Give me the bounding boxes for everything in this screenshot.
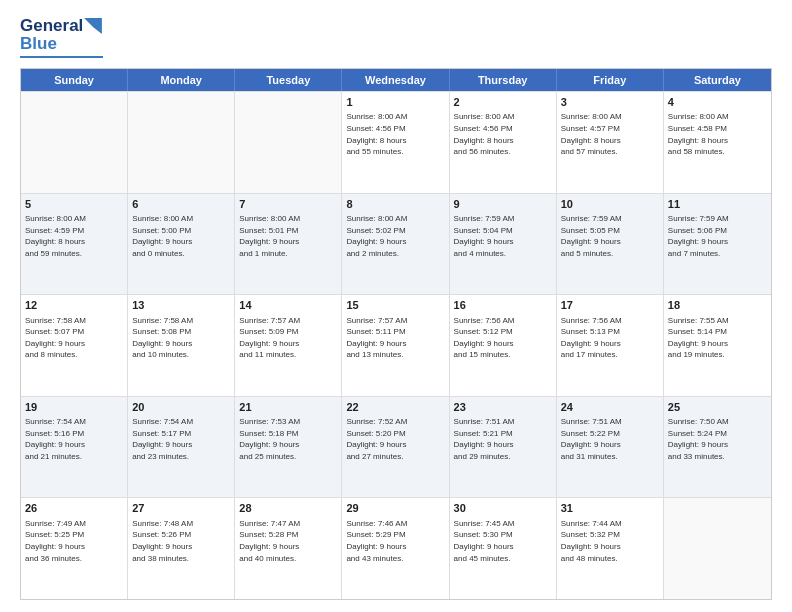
day-number: 22 <box>346 400 444 415</box>
day-number: 21 <box>239 400 337 415</box>
cell-info: Sunrise: 7:59 AM Sunset: 5:04 PM Dayligh… <box>454 213 552 259</box>
svg-marker-0 <box>84 18 102 34</box>
calendar-header-cell: Monday <box>128 69 235 91</box>
cell-info: Sunrise: 8:00 AM Sunset: 4:56 PM Dayligh… <box>346 111 444 157</box>
cell-info: Sunrise: 8:00 AM Sunset: 4:57 PM Dayligh… <box>561 111 659 157</box>
day-number: 5 <box>25 197 123 212</box>
calendar-cell: 11Sunrise: 7:59 AM Sunset: 5:06 PM Dayli… <box>664 194 771 295</box>
cell-info: Sunrise: 8:00 AM Sunset: 5:00 PM Dayligh… <box>132 213 230 259</box>
cell-info: Sunrise: 7:57 AM Sunset: 5:09 PM Dayligh… <box>239 315 337 361</box>
calendar-cell: 13Sunrise: 7:58 AM Sunset: 5:08 PM Dayli… <box>128 295 235 396</box>
calendar-cell <box>235 92 342 193</box>
calendar-cell: 6Sunrise: 8:00 AM Sunset: 5:00 PM Daylig… <box>128 194 235 295</box>
calendar-header-cell: Friday <box>557 69 664 91</box>
calendar-cell: 20Sunrise: 7:54 AM Sunset: 5:17 PM Dayli… <box>128 397 235 498</box>
day-number: 31 <box>561 501 659 516</box>
day-number: 26 <box>25 501 123 516</box>
calendar-cell <box>21 92 128 193</box>
cell-info: Sunrise: 7:51 AM Sunset: 5:21 PM Dayligh… <box>454 416 552 462</box>
cell-info: Sunrise: 7:51 AM Sunset: 5:22 PM Dayligh… <box>561 416 659 462</box>
day-number: 14 <box>239 298 337 313</box>
cell-info: Sunrise: 8:00 AM Sunset: 4:56 PM Dayligh… <box>454 111 552 157</box>
cell-info: Sunrise: 7:56 AM Sunset: 5:13 PM Dayligh… <box>561 315 659 361</box>
day-number: 20 <box>132 400 230 415</box>
cell-info: Sunrise: 7:50 AM Sunset: 5:24 PM Dayligh… <box>668 416 767 462</box>
day-number: 6 <box>132 197 230 212</box>
calendar-header-cell: Tuesday <box>235 69 342 91</box>
day-number: 15 <box>346 298 444 313</box>
calendar-cell: 18Sunrise: 7:55 AM Sunset: 5:14 PM Dayli… <box>664 295 771 396</box>
calendar-header-cell: Saturday <box>664 69 771 91</box>
day-number: 24 <box>561 400 659 415</box>
calendar-cell: 9Sunrise: 7:59 AM Sunset: 5:04 PM Daylig… <box>450 194 557 295</box>
calendar-header-cell: Thursday <box>450 69 557 91</box>
cell-info: Sunrise: 7:59 AM Sunset: 5:06 PM Dayligh… <box>668 213 767 259</box>
calendar-cell: 2Sunrise: 8:00 AM Sunset: 4:56 PM Daylig… <box>450 92 557 193</box>
day-number: 23 <box>454 400 552 415</box>
day-number: 17 <box>561 298 659 313</box>
day-number: 18 <box>668 298 767 313</box>
cell-info: Sunrise: 7:46 AM Sunset: 5:29 PM Dayligh… <box>346 518 444 564</box>
day-number: 4 <box>668 95 767 110</box>
header: GeneralBlue <box>20 16 772 58</box>
day-number: 25 <box>668 400 767 415</box>
calendar-row: 26Sunrise: 7:49 AM Sunset: 5:25 PM Dayli… <box>21 497 771 599</box>
day-number: 3 <box>561 95 659 110</box>
calendar-row: 12Sunrise: 7:58 AM Sunset: 5:07 PM Dayli… <box>21 294 771 396</box>
calendar-cell: 1Sunrise: 8:00 AM Sunset: 4:56 PM Daylig… <box>342 92 449 193</box>
day-number: 7 <box>239 197 337 212</box>
calendar-cell: 27Sunrise: 7:48 AM Sunset: 5:26 PM Dayli… <box>128 498 235 599</box>
calendar-cell <box>664 498 771 599</box>
calendar-cell: 28Sunrise: 7:47 AM Sunset: 5:28 PM Dayli… <box>235 498 342 599</box>
day-number: 8 <box>346 197 444 212</box>
cell-info: Sunrise: 7:56 AM Sunset: 5:12 PM Dayligh… <box>454 315 552 361</box>
calendar-cell: 10Sunrise: 7:59 AM Sunset: 5:05 PM Dayli… <box>557 194 664 295</box>
calendar-header-cell: Wednesday <box>342 69 449 91</box>
calendar-cell: 29Sunrise: 7:46 AM Sunset: 5:29 PM Dayli… <box>342 498 449 599</box>
calendar-body: 1Sunrise: 8:00 AM Sunset: 4:56 PM Daylig… <box>21 91 771 599</box>
calendar-header-row: SundayMondayTuesdayWednesdayThursdayFrid… <box>21 69 771 91</box>
cell-info: Sunrise: 7:44 AM Sunset: 5:32 PM Dayligh… <box>561 518 659 564</box>
calendar-cell: 19Sunrise: 7:54 AM Sunset: 5:16 PM Dayli… <box>21 397 128 498</box>
calendar-cell: 23Sunrise: 7:51 AM Sunset: 5:21 PM Dayli… <box>450 397 557 498</box>
calendar-cell: 31Sunrise: 7:44 AM Sunset: 5:32 PM Dayli… <box>557 498 664 599</box>
day-number: 11 <box>668 197 767 212</box>
cell-info: Sunrise: 7:58 AM Sunset: 5:08 PM Dayligh… <box>132 315 230 361</box>
calendar-cell: 22Sunrise: 7:52 AM Sunset: 5:20 PM Dayli… <box>342 397 449 498</box>
day-number: 29 <box>346 501 444 516</box>
calendar-cell: 12Sunrise: 7:58 AM Sunset: 5:07 PM Dayli… <box>21 295 128 396</box>
calendar-cell: 14Sunrise: 7:57 AM Sunset: 5:09 PM Dayli… <box>235 295 342 396</box>
day-number: 30 <box>454 501 552 516</box>
cell-info: Sunrise: 7:45 AM Sunset: 5:30 PM Dayligh… <box>454 518 552 564</box>
calendar-cell: 15Sunrise: 7:57 AM Sunset: 5:11 PM Dayli… <box>342 295 449 396</box>
day-number: 2 <box>454 95 552 110</box>
calendar-header-cell: Sunday <box>21 69 128 91</box>
calendar-cell: 16Sunrise: 7:56 AM Sunset: 5:12 PM Dayli… <box>450 295 557 396</box>
cell-info: Sunrise: 7:54 AM Sunset: 5:16 PM Dayligh… <box>25 416 123 462</box>
cell-info: Sunrise: 7:57 AM Sunset: 5:11 PM Dayligh… <box>346 315 444 361</box>
cell-info: Sunrise: 7:47 AM Sunset: 5:28 PM Dayligh… <box>239 518 337 564</box>
cell-info: Sunrise: 7:49 AM Sunset: 5:25 PM Dayligh… <box>25 518 123 564</box>
calendar-cell: 25Sunrise: 7:50 AM Sunset: 5:24 PM Dayli… <box>664 397 771 498</box>
cell-info: Sunrise: 7:58 AM Sunset: 5:07 PM Dayligh… <box>25 315 123 361</box>
day-number: 9 <box>454 197 552 212</box>
calendar-row: 5Sunrise: 8:00 AM Sunset: 4:59 PM Daylig… <box>21 193 771 295</box>
cell-info: Sunrise: 7:55 AM Sunset: 5:14 PM Dayligh… <box>668 315 767 361</box>
day-number: 1 <box>346 95 444 110</box>
day-number: 16 <box>454 298 552 313</box>
calendar-cell <box>128 92 235 193</box>
cell-info: Sunrise: 7:59 AM Sunset: 5:05 PM Dayligh… <box>561 213 659 259</box>
day-number: 12 <box>25 298 123 313</box>
cell-info: Sunrise: 7:52 AM Sunset: 5:20 PM Dayligh… <box>346 416 444 462</box>
cell-info: Sunrise: 8:00 AM Sunset: 5:01 PM Dayligh… <box>239 213 337 259</box>
cell-info: Sunrise: 8:00 AM Sunset: 5:02 PM Dayligh… <box>346 213 444 259</box>
cell-info: Sunrise: 8:00 AM Sunset: 4:59 PM Dayligh… <box>25 213 123 259</box>
calendar-row: 19Sunrise: 7:54 AM Sunset: 5:16 PM Dayli… <box>21 396 771 498</box>
cell-info: Sunrise: 7:48 AM Sunset: 5:26 PM Dayligh… <box>132 518 230 564</box>
logo: GeneralBlue <box>20 16 103 58</box>
calendar-cell: 26Sunrise: 7:49 AM Sunset: 5:25 PM Dayli… <box>21 498 128 599</box>
cell-info: Sunrise: 8:00 AM Sunset: 4:58 PM Dayligh… <box>668 111 767 157</box>
day-number: 19 <box>25 400 123 415</box>
calendar-cell: 24Sunrise: 7:51 AM Sunset: 5:22 PM Dayli… <box>557 397 664 498</box>
calendar-cell: 8Sunrise: 8:00 AM Sunset: 5:02 PM Daylig… <box>342 194 449 295</box>
